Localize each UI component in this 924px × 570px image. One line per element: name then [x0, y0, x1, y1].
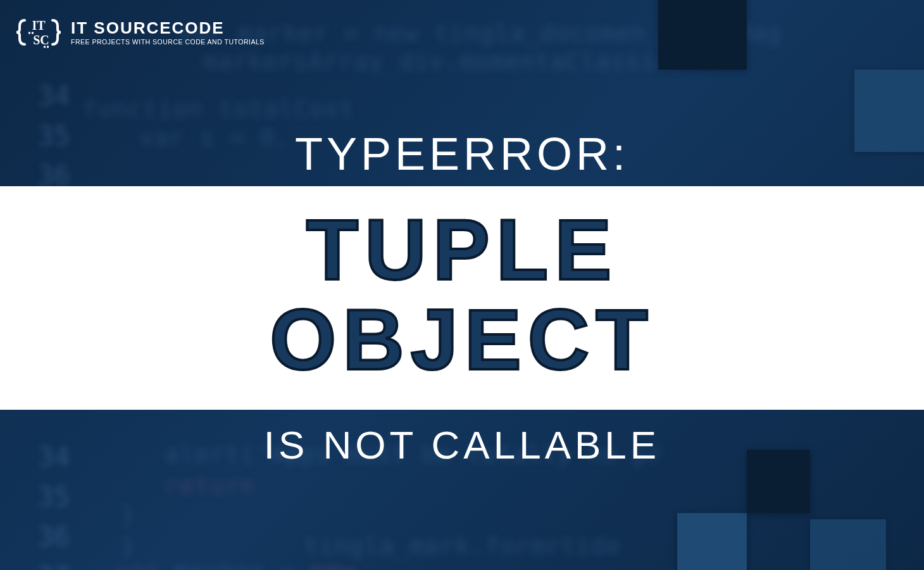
svg-text:SC: SC [33, 33, 49, 47]
heading-line1: TUPLE [306, 205, 618, 295]
heading-line2: OBJECT [270, 295, 654, 385]
white-band: TUPLE OBJECT [0, 186, 924, 410]
logo-icon: IT SC [16, 13, 61, 52]
logo-text: IT SOURCECODE FREE PROJECTS WITH SOURCE … [71, 20, 265, 46]
main-content: TYPEERROR: TUPLE OBJECT IS NOT CALLABLE [0, 0, 924, 570]
logo-subtitle: FREE PROJECTS WITH SOURCE CODE AND TUTOR… [71, 38, 265, 46]
svg-text:IT: IT [32, 18, 46, 32]
heading-bottom: IS NOT CALLABLE [264, 422, 660, 467]
heading-top: TYPEERROR: [295, 128, 629, 180]
logo-title: IT SOURCECODE [71, 20, 265, 36]
logo: IT SC IT SOURCECODE FREE PROJECTS WITH S… [16, 13, 265, 52]
